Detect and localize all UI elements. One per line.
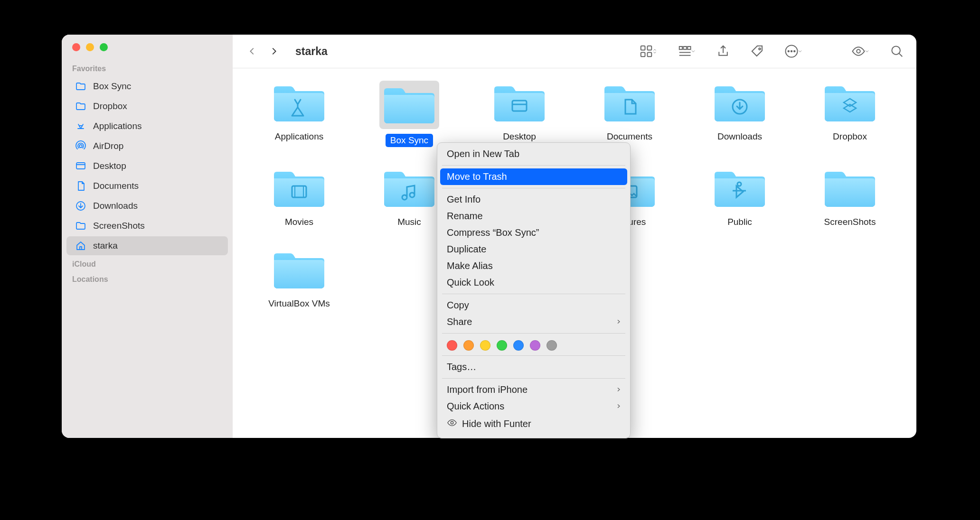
view-switcher[interactable] [639,44,658,58]
context-item-share[interactable]: Share [437,314,630,330]
forward-button[interactable] [269,46,279,56]
sidebar-item-screenshots[interactable]: ScreenShots [66,216,228,235]
window-controls [62,43,233,61]
context-item-hide-with-funter[interactable]: Hide with Funter [437,415,630,433]
folder-item-box-sync[interactable]: Box Sync [359,81,460,147]
sidebar-item-airdrop[interactable]: AirDrop [66,137,228,156]
folder-icon [712,166,768,211]
folder-icon [75,81,86,92]
context-item-import-from-iphone[interactable]: Import from iPhone [437,381,630,398]
window-zoom-button[interactable] [100,43,108,51]
chevron-down-icon [864,44,870,58]
context-item-tags[interactable]: Tags… [437,359,630,375]
toolbar: starka [233,35,916,68]
desktop-icon [75,160,86,172]
folder-icon [271,81,327,125]
svg-rect-10 [76,163,85,169]
folder-item-public[interactable]: Public [689,166,790,229]
context-menu: Open in New TabMove to TrashGet InfoRena… [437,142,631,438]
share-button[interactable] [716,44,730,58]
folder-icon [712,81,768,125]
svg-point-25 [791,51,792,52]
tag-color-dot[interactable] [547,340,557,351]
context-item-make-alias[interactable]: Make Alias [437,258,630,274]
sidebar-item-documents[interactable]: Documents [66,176,228,195]
sidebar-section-label: Favorites [62,61,233,76]
window-close-button[interactable] [72,43,80,51]
search-button[interactable] [890,44,904,58]
group-by-button[interactable] [678,44,696,58]
folder-item-applications[interactable]: Applications [249,81,349,147]
svg-line-29 [899,53,902,56]
context-item-label: Tags… [447,362,476,372]
tag-color-dot[interactable] [480,340,490,351]
tag-color-dot[interactable] [513,340,524,351]
context-item-quick-actions[interactable]: Quick Actions [437,398,630,415]
chevron-right-icon [616,384,622,395]
context-item-quick-look[interactable]: Quick Look [437,274,630,291]
svg-point-24 [788,51,790,52]
document-icon [75,180,86,192]
folder-item-screenshots[interactable]: ScreenShots [800,166,900,229]
chevron-down-icon [690,44,696,58]
folder-item-documents[interactable]: Documents [579,81,680,147]
folder-item-virtualbox-vms[interactable]: VirtualBox VMs [249,248,349,310]
svg-point-26 [794,51,795,52]
context-item-compress-box-sync[interactable]: Compress “Box Sync” [437,224,630,241]
context-item-duplicate[interactable]: Duplicate [437,241,630,258]
context-item-label: Compress “Box Sync” [447,227,539,238]
back-button[interactable] [247,46,257,56]
context-item-label: Open in New Tab [447,149,519,159]
folder-item-movies[interactable]: Movies [249,166,349,229]
eye-icon [851,44,866,58]
context-item-label: Hide with Funter [462,418,531,429]
window-minimize-button[interactable] [86,43,94,51]
funter-toolbar-button[interactable] [851,44,870,58]
tag-color-dot[interactable] [530,340,540,351]
sidebar-item-label: Downloads [93,201,138,211]
folder-icon [271,248,327,292]
svg-rect-18 [684,46,687,49]
context-item-label: Import from iPhone [447,384,528,395]
sidebar-item-box-sync[interactable]: Box Sync [66,77,228,96]
context-item-rename[interactable]: Rename [437,208,630,224]
context-item-label: Get Info [447,194,481,205]
context-item-open-in-new-tab[interactable]: Open in New Tab [437,146,630,162]
sidebar-item-applications[interactable]: Applications [66,117,228,136]
folder-item-downloads[interactable]: Downloads [689,81,790,147]
context-item-label: Quick Look [447,277,494,288]
folder-label: Applications [270,130,328,143]
svg-point-27 [857,49,860,53]
tag-color-dot[interactable] [447,340,457,351]
sidebar-item-label: Dropbox [93,101,127,111]
chevron-down-icon [797,44,803,58]
ellipsis-circle-icon [784,44,799,58]
group-icon [678,44,692,58]
folder-item-dropbox[interactable]: Dropbox [800,81,900,147]
folder-item-desktop[interactable]: Desktop [469,81,570,147]
tags-button[interactable] [750,44,764,58]
svg-rect-14 [648,46,652,50]
context-item-label: Move to Trash [447,171,507,182]
airdrop-icon [75,140,86,152]
svg-rect-13 [641,46,645,50]
context-item-move-to-trash[interactable]: Move to Trash [440,168,627,185]
svg-point-28 [892,46,900,55]
context-item-copy[interactable]: Copy [437,297,630,314]
sidebar-item-label: ScreenShots [93,221,145,231]
folder-label: Desktop [498,130,541,143]
folder-label: ScreenShots [820,215,881,229]
more-actions-button[interactable] [784,44,803,58]
sidebar-item-starka[interactable]: starka [66,236,228,255]
sidebar-item-downloads[interactable]: Downloads [66,196,228,215]
tag-color-dot[interactable] [497,340,507,351]
sidebar: FavoritesBox SyncDropboxApplicationsAirD… [62,35,233,438]
context-item-get-info[interactable]: Get Info [437,191,630,208]
folder-icon [822,166,878,211]
svg-point-22 [759,48,761,50]
sidebar-item-dropbox[interactable]: Dropbox [66,97,228,116]
tag-color-dot[interactable] [463,340,474,351]
sidebar-section-label: Locations [62,271,233,287]
sidebar-item-desktop[interactable]: Desktop [66,157,228,176]
folder-icon [602,81,658,125]
